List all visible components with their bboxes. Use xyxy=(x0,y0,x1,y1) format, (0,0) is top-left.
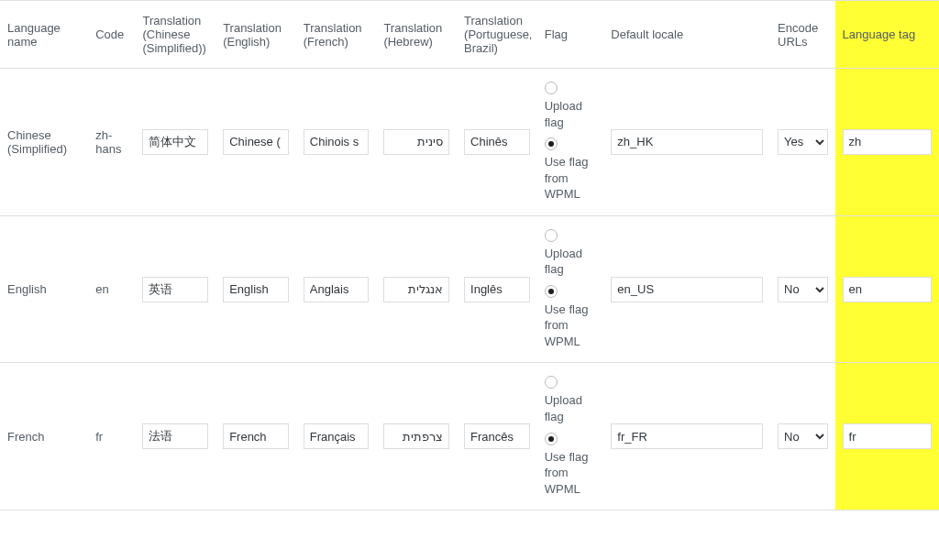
flag-cell: Upload flagUse flag from WPML xyxy=(537,215,604,363)
flag-wpml-label: Use flag from WPML xyxy=(545,154,597,203)
translation-zh-input[interactable] xyxy=(142,129,208,155)
translation-en-input[interactable] xyxy=(223,129,289,155)
flag-cell: Upload flagUse flag from WPML xyxy=(537,69,604,216)
default-locale-input[interactable] xyxy=(611,129,763,155)
table-row: Chinese (Simplified)zh-hansUpload flagUs… xyxy=(0,69,939,216)
language-code-cell: zh-hans xyxy=(88,69,135,216)
flag-upload-label: Upload flag xyxy=(545,392,597,424)
translation-fr-input[interactable] xyxy=(304,423,370,449)
flag-upload-radio[interactable] xyxy=(545,376,558,389)
flag-upload-radio[interactable] xyxy=(545,82,558,94)
translation-pt-input[interactable] xyxy=(464,277,530,302)
encode-urls-select[interactable]: YesNo xyxy=(778,277,828,302)
col-header-trans-en: Translation (English) xyxy=(215,1,296,69)
translation-he-input[interactable] xyxy=(383,423,449,449)
table-row: FrenchfrUpload flagUse flag from WPMLYes… xyxy=(0,363,939,511)
default-locale-input[interactable] xyxy=(611,277,763,302)
col-header-code: Code xyxy=(88,1,135,69)
language-tag-input[interactable] xyxy=(843,129,932,155)
language-tag-input[interactable] xyxy=(843,277,932,302)
col-header-default-locale: Default locale xyxy=(603,1,770,69)
translation-he-input[interactable] xyxy=(383,277,449,302)
flag-wpml-label: Use flag from WPML xyxy=(545,302,597,350)
language-name-cell: English xyxy=(0,215,88,363)
translation-zh-input[interactable] xyxy=(142,277,208,302)
flag-wpml-radio[interactable] xyxy=(545,137,558,150)
col-header-trans-fr: Translation (French) xyxy=(296,1,377,69)
table-header-row: Language name Code Translation (Chinese … xyxy=(0,1,939,69)
flag-cell: Upload flagUse flag from WPML xyxy=(537,363,604,511)
translation-fr-input[interactable] xyxy=(304,129,370,155)
table-row: EnglishenUpload flagUse flag from WPMLYe… xyxy=(0,215,939,363)
translation-fr-input[interactable] xyxy=(304,277,370,302)
flag-upload-label: Upload flag xyxy=(545,98,597,130)
language-code-cell: en xyxy=(88,215,135,363)
translation-he-input[interactable] xyxy=(383,129,449,155)
flag-wpml-radio[interactable] xyxy=(545,285,558,298)
flag-wpml-label: Use flag from WPML xyxy=(545,449,597,498)
languages-table: Language name Code Translation (Chinese … xyxy=(0,0,939,511)
flag-upload-radio[interactable] xyxy=(545,229,558,242)
flag-upload-label: Upload flag xyxy=(545,246,597,278)
translation-en-input[interactable] xyxy=(223,277,289,302)
col-header-trans-zh: Translation (Chinese (Simplified)) xyxy=(135,1,215,69)
flag-wpml-radio[interactable] xyxy=(545,433,558,445)
col-header-flag: Flag xyxy=(537,1,604,69)
language-name-cell: Chinese (Simplified) xyxy=(0,69,88,216)
language-tag-input[interactable] xyxy=(843,423,932,449)
col-header-trans-pt: Translation (Portuguese, Brazil) xyxy=(457,1,537,69)
language-code-cell: fr xyxy=(88,363,135,511)
language-name-cell: French xyxy=(0,363,88,511)
col-header-language-tag: Language tag xyxy=(835,1,939,69)
encode-urls-select[interactable]: YesNo xyxy=(778,129,828,155)
default-locale-input[interactable] xyxy=(611,423,763,449)
col-header-encode-urls: Encode URLs xyxy=(770,1,835,69)
translation-zh-input[interactable] xyxy=(142,423,208,449)
translation-en-input[interactable] xyxy=(223,423,289,449)
col-header-trans-he: Translation (Hebrew) xyxy=(376,1,457,69)
col-header-language-name: Language name xyxy=(0,1,88,69)
encode-urls-select[interactable]: YesNo xyxy=(778,423,828,449)
translation-pt-input[interactable] xyxy=(464,129,530,155)
translation-pt-input[interactable] xyxy=(464,423,530,449)
